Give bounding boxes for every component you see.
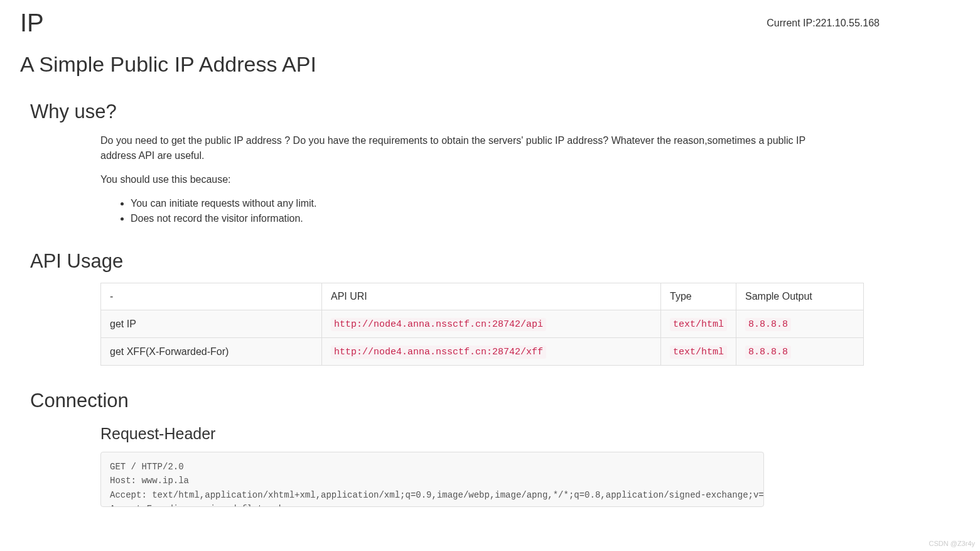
col-api-uri: API URI bbox=[322, 283, 661, 310]
why-use-content: Do you need to get the public IP address… bbox=[30, 133, 950, 226]
sample-code: 8.8.8.8 bbox=[745, 318, 791, 331]
list-item: Does not record the visitor information. bbox=[131, 211, 837, 226]
sample-code: 8.8.8.8 bbox=[745, 346, 791, 359]
why-use-p1: Do you need to get the public IP address… bbox=[100, 133, 837, 163]
cell-name: get XFF(X-Forwarded-For) bbox=[101, 338, 322, 366]
why-use-list: You can initiate requests without any li… bbox=[100, 196, 837, 226]
list-item: You can initiate requests without any li… bbox=[131, 196, 837, 211]
why-use-heading: Why use? bbox=[30, 101, 950, 123]
cell-type: text/html bbox=[661, 310, 736, 338]
table-header-row: - API URI Type Sample Output bbox=[101, 283, 864, 310]
current-ip-label: Current IP:221.10.55.168 bbox=[767, 18, 960, 29]
api-uri-code[interactable]: http://node4.anna.nssctf.cn:28742/api bbox=[331, 318, 546, 331]
api-usage-table: - API URI Type Sample Output get IP http… bbox=[100, 283, 864, 366]
why-use-p2: You should use this because: bbox=[100, 172, 837, 187]
page-subtitle: A Simple Public IP Address API bbox=[0, 37, 980, 77]
page-header: IP Current IP:221.10.55.168 bbox=[0, 0, 980, 37]
api-usage-section: API Usage - API URI Type Sample Output g… bbox=[0, 250, 980, 366]
table-row: get IP http://node4.anna.nssctf.cn:28742… bbox=[101, 310, 864, 338]
col-type: Type bbox=[661, 283, 736, 310]
connection-section: Connection Request-Header GET / HTTP/2.0… bbox=[0, 390, 980, 507]
cell-sample: 8.8.8.8 bbox=[736, 310, 864, 338]
cell-uri: http://node4.anna.nssctf.cn:28742/api bbox=[322, 310, 661, 338]
col-sample-output: Sample Output bbox=[736, 283, 864, 310]
request-header-block: GET / HTTP/2.0 Host: www.ip.la Accept: t… bbox=[100, 452, 764, 507]
cell-sample: 8.8.8.8 bbox=[736, 338, 864, 366]
type-code: text/html bbox=[670, 346, 727, 359]
type-code: text/html bbox=[670, 318, 727, 331]
page-title: IP bbox=[20, 9, 44, 37]
api-usage-heading: API Usage bbox=[30, 250, 950, 273]
table-row: get XFF(X-Forwarded-For) http://node4.an… bbox=[101, 338, 864, 366]
cell-type: text/html bbox=[661, 338, 736, 366]
connection-heading: Connection bbox=[30, 390, 950, 412]
cell-uri: http://node4.anna.nssctf.cn:28742/xff bbox=[322, 338, 661, 366]
why-use-section: Why use? Do you need to get the public I… bbox=[0, 101, 980, 226]
api-uri-code[interactable]: http://node4.anna.nssctf.cn:28742/xff bbox=[331, 346, 546, 359]
cell-name: get IP bbox=[101, 310, 322, 338]
col-dash: - bbox=[101, 283, 322, 310]
request-header-heading: Request-Header bbox=[30, 425, 950, 443]
